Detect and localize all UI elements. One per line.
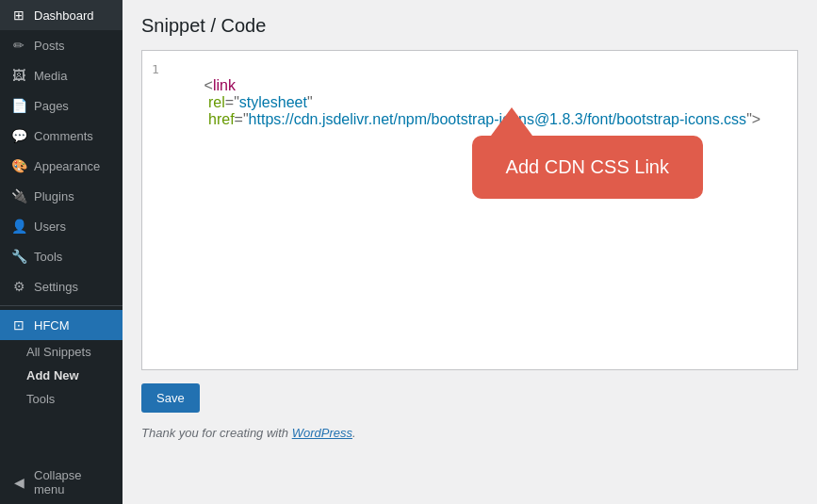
sidebar-item-label: Dashboard — [34, 8, 94, 23]
sidebar-item-label: Posts — [34, 39, 65, 53]
code-editor-region: 1 <link rel="stylesheet" href="https://c… — [141, 50, 798, 370]
appearance-icon: 🎨 — [11, 158, 26, 173]
sidebar-submenu-tools[interactable]: Tools — [26, 387, 123, 411]
settings-icon: ⚙ — [11, 279, 26, 294]
collapse-menu-button[interactable]: ◀ Collapse menu — [0, 461, 123, 504]
callout-box: Add CDN CSS Link — [472, 136, 703, 199]
footer-text-after: . — [352, 426, 356, 440]
collapse-label: Collapse menu — [34, 468, 111, 496]
collapse-icon: ◀ — [11, 475, 26, 490]
sidebar-item-settings[interactable]: ⚙ Settings — [0, 271, 123, 301]
sidebar-item-media[interactable]: 🖼 Media — [0, 60, 123, 90]
sidebar-item-posts[interactable]: ✏ Posts — [0, 30, 123, 60]
pages-icon: 📄 — [11, 98, 26, 113]
sidebar-item-tools[interactable]: 🔧 Tools — [0, 241, 123, 271]
callout-label: Add CDN CSS Link — [506, 156, 669, 177]
main-content: Snippet / Code 1 <link rel="stylesheet" … — [123, 0, 817, 504]
media-icon: 🖼 — [11, 68, 26, 83]
line-number: 1 — [152, 62, 159, 76]
sidebar: ⊞ Dashboard ✏ Posts 🖼 Media 📄 Pages 💬 Co… — [0, 0, 123, 504]
footer-text-before: Thank you for creating with — [141, 426, 292, 440]
sidebar-item-label: Tools — [34, 250, 62, 264]
sidebar-item-hfcm[interactable]: ⊡ HFCM — [0, 310, 123, 340]
sidebar-item-label: Appearance — [34, 159, 100, 173]
sidebar-item-pages[interactable]: 📄 Pages — [0, 90, 123, 121]
sidebar-divider — [0, 305, 123, 306]
sidebar-item-plugins[interactable]: 🔌 Plugins — [0, 181, 123, 211]
sidebar-item-label: HFCM — [34, 318, 70, 333]
sidebar-item-label: Users — [34, 219, 66, 234]
plugins-icon: 🔌 — [11, 188, 26, 203]
sidebar-item-label: Plugins — [34, 189, 74, 203]
callout-container: Add CDN CSS Link — [472, 107, 703, 199]
users-icon: 👤 — [11, 219, 26, 234]
sidebar-submenu: All Snippets Add New Tools — [0, 340, 123, 411]
page-title: Snippet / Code — [141, 15, 798, 37]
comments-icon: 💬 — [11, 128, 26, 143]
sidebar-item-appearance[interactable]: 🎨 Appearance — [0, 151, 123, 181]
sidebar-item-label: Pages — [34, 99, 69, 113]
sidebar-item-comments[interactable]: 💬 Comments — [0, 121, 123, 151]
sidebar-item-users[interactable]: 👤 Users — [0, 211, 123, 241]
footer-text: Thank you for creating with WordPress. — [141, 426, 798, 440]
save-button[interactable]: Save — [141, 383, 200, 413]
sidebar-item-label: Settings — [34, 280, 78, 294]
callout-pointer — [491, 107, 532, 136]
sidebar-item-dashboard[interactable]: ⊞ Dashboard — [0, 0, 123, 30]
dashboard-icon: ⊞ — [11, 8, 26, 23]
sidebar-item-label: Media — [34, 69, 67, 83]
tools-icon: 🔧 — [11, 249, 26, 264]
sidebar-item-label: Comments — [34, 129, 93, 143]
sidebar-submenu-add-new[interactable]: Add New — [26, 364, 123, 387]
footer-wordpress-link[interactable]: WordPress — [292, 426, 352, 440]
sidebar-submenu-all-snippets[interactable]: All Snippets — [26, 340, 123, 364]
posts-icon: ✏ — [11, 38, 26, 53]
hfcm-icon: ⊡ — [11, 317, 26, 333]
